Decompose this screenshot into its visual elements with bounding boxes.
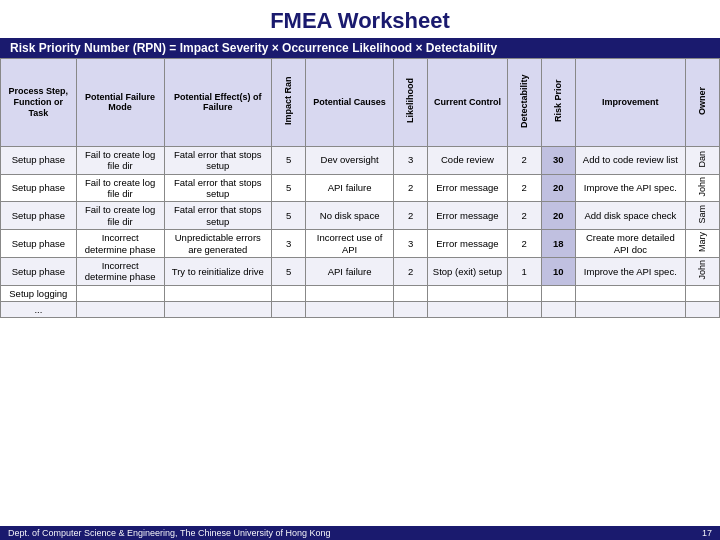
cell-owner	[685, 285, 719, 301]
cell-effect: Fatal error that stops setup	[164, 202, 271, 230]
cell-owner	[685, 302, 719, 318]
col-header-process: Process Step, Function or Task	[1, 59, 77, 147]
cell-impact: 3	[271, 230, 305, 258]
cell-owner: John	[685, 257, 719, 285]
footer-dept: Dept. of Computer Science & Engineering,…	[8, 528, 331, 538]
col-header-owner: Owner	[685, 59, 719, 147]
cell-rpn: 18	[541, 230, 575, 258]
cell-rpn: 20	[541, 174, 575, 202]
cell-likelihood: 2	[394, 174, 428, 202]
cell-likelihood	[394, 302, 428, 318]
col-header-likelihood: Likelihood	[394, 59, 428, 147]
table-row: Setup logging	[1, 285, 720, 301]
cell-impact: 5	[271, 257, 305, 285]
cell-effect: Try to reinitialize drive	[164, 257, 271, 285]
cell-causes: Dev oversight	[306, 146, 394, 174]
table-row: Setup phaseFail to create log file dirFa…	[1, 146, 720, 174]
cell-improve: Improve the API spec.	[575, 174, 685, 202]
table-row: ...	[1, 302, 720, 318]
cell-owner: Sam	[685, 202, 719, 230]
cell-causes	[306, 285, 394, 301]
cell-improve: Improve the API spec.	[575, 257, 685, 285]
cell-process: Setup phase	[1, 174, 77, 202]
cell-impact: 5	[271, 146, 305, 174]
table-container: Process Step, Function or Task Potential…	[0, 58, 720, 526]
cell-effect: Fatal error that stops setup	[164, 174, 271, 202]
col-header-control: Current Control	[428, 59, 507, 147]
cell-causes: API failure	[306, 174, 394, 202]
fmea-table: Process Step, Function or Task Potential…	[0, 58, 720, 318]
cell-failure-mode: Fail to create log file dir	[76, 174, 164, 202]
cell-process: Setup logging	[1, 285, 77, 301]
page: FMEA Worksheet Risk Priority Number (RPN…	[0, 0, 720, 540]
cell-detect: 2	[507, 202, 541, 230]
cell-detect	[507, 285, 541, 301]
cell-detect: 2	[507, 146, 541, 174]
cell-causes: Incorrect use of API	[306, 230, 394, 258]
page-title: FMEA Worksheet	[0, 0, 720, 38]
cell-failure-mode: Incorrect determine phase	[76, 257, 164, 285]
cell-failure-mode: Fail to create log file dir	[76, 202, 164, 230]
cell-improve: Create more detailed API doc	[575, 230, 685, 258]
cell-causes	[306, 302, 394, 318]
cell-improve: Add to code review list	[575, 146, 685, 174]
cell-causes: API failure	[306, 257, 394, 285]
cell-failure-mode	[76, 285, 164, 301]
cell-impact	[271, 285, 305, 301]
cell-rpn	[541, 285, 575, 301]
table-row: Setup phaseIncorrect determine phaseUnpr…	[1, 230, 720, 258]
cell-failure-mode	[76, 302, 164, 318]
cell-control	[428, 285, 507, 301]
cell-owner: Mary	[685, 230, 719, 258]
footer: Dept. of Computer Science & Engineering,…	[0, 526, 720, 540]
cell-owner: John	[685, 174, 719, 202]
table-row: Setup phaseIncorrect determine phaseTry …	[1, 257, 720, 285]
cell-control: Error message	[428, 174, 507, 202]
cell-improve	[575, 285, 685, 301]
cell-control: Error message	[428, 202, 507, 230]
cell-likelihood	[394, 285, 428, 301]
cell-process: Setup phase	[1, 146, 77, 174]
cell-rpn: 30	[541, 146, 575, 174]
cell-process: ...	[1, 302, 77, 318]
cell-impact: 5	[271, 174, 305, 202]
cell-likelihood: 2	[394, 202, 428, 230]
cell-rpn	[541, 302, 575, 318]
col-header-effect: Potential Effect(s) of Failure	[164, 59, 271, 147]
cell-improve	[575, 302, 685, 318]
cell-detect: 1	[507, 257, 541, 285]
table-row: Setup phaseFail to create log file dirFa…	[1, 174, 720, 202]
footer-page: 17	[702, 528, 712, 538]
col-header-failure-mode: Potential Failure Mode	[76, 59, 164, 147]
cell-failure-mode: Incorrect determine phase	[76, 230, 164, 258]
cell-likelihood: 3	[394, 146, 428, 174]
col-header-causes: Potential Causes	[306, 59, 394, 147]
cell-control: Code review	[428, 146, 507, 174]
cell-detect	[507, 302, 541, 318]
col-header-rpn: Risk Prior	[541, 59, 575, 147]
cell-impact: 5	[271, 202, 305, 230]
cell-likelihood: 2	[394, 257, 428, 285]
cell-likelihood: 3	[394, 230, 428, 258]
cell-effect: Unpredictable errors are generated	[164, 230, 271, 258]
header-row: Process Step, Function or Task Potential…	[1, 59, 720, 147]
cell-effect	[164, 302, 271, 318]
cell-causes: No disk space	[306, 202, 394, 230]
col-header-detect: Detectability	[507, 59, 541, 147]
cell-impact	[271, 302, 305, 318]
cell-detect: 2	[507, 174, 541, 202]
col-header-improve: Improvement	[575, 59, 685, 147]
cell-control: Stop (exit) setup	[428, 257, 507, 285]
cell-process: Setup phase	[1, 202, 77, 230]
cell-improve: Add disk space check	[575, 202, 685, 230]
cell-detect: 2	[507, 230, 541, 258]
col-header-impact: Impact Ran	[271, 59, 305, 147]
cell-failure-mode: Fail to create log file dir	[76, 146, 164, 174]
cell-effect	[164, 285, 271, 301]
cell-control: Error message	[428, 230, 507, 258]
cell-rpn: 20	[541, 202, 575, 230]
rpn-formula: Risk Priority Number (RPN) = Impact Seve…	[0, 38, 720, 58]
table-row: Setup phaseFail to create log file dirFa…	[1, 202, 720, 230]
cell-process: Setup phase	[1, 230, 77, 258]
cell-process: Setup phase	[1, 257, 77, 285]
